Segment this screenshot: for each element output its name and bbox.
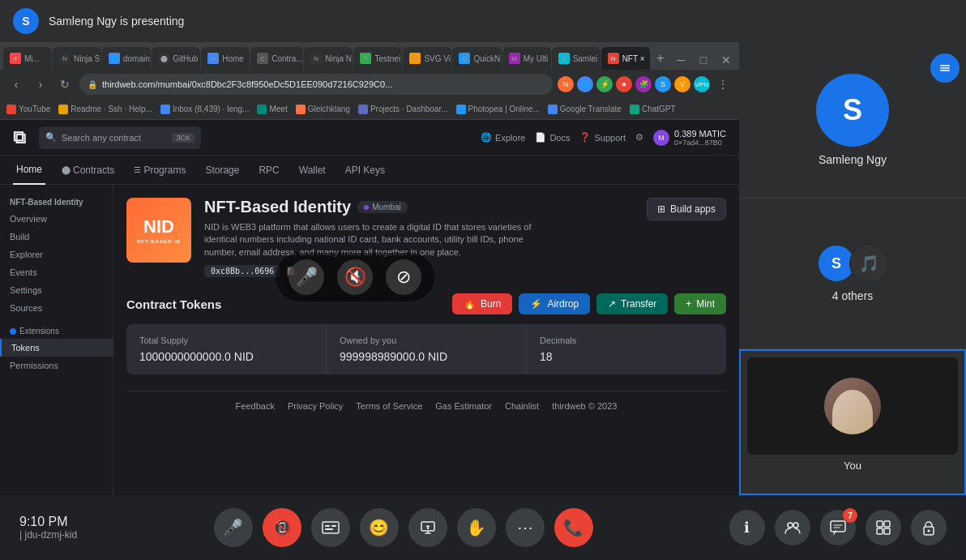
sidebar-item-explorer[interactable]: Explorer bbox=[0, 246, 113, 263]
tab-domain[interactable]: 🌐domain bbox=[102, 47, 151, 70]
ext-icon-6[interactable]: S bbox=[655, 76, 671, 92]
tab-github[interactable]: ⬤GitHub bbox=[152, 47, 200, 70]
ext-icon-5[interactable]: 🧩 bbox=[635, 76, 652, 92]
bookmark-photopea[interactable]: Photopea | Online... bbox=[456, 105, 540, 114]
tw-nav-contracts[interactable]: ⬤ Contracts bbox=[58, 156, 118, 185]
tab-nft[interactable]: NNFT × bbox=[601, 47, 650, 70]
footer-feedback[interactable]: Feedback bbox=[236, 401, 275, 411]
bookmark-translate[interactable]: Google Translate bbox=[548, 105, 622, 114]
svg-rect-6 bbox=[325, 528, 333, 530]
vpn-icon[interactable]: VPN bbox=[694, 76, 710, 92]
forward-btn[interactable]: › bbox=[31, 75, 50, 94]
tab-home[interactable]: HHome bbox=[201, 47, 250, 70]
burn-button[interactable]: 🔥 Burn bbox=[452, 293, 512, 314]
participants-button[interactable] bbox=[775, 510, 810, 545]
explore-btn[interactable]: 🌐Explore bbox=[481, 132, 525, 143]
media-block-btn[interactable]: ⊘ bbox=[386, 259, 421, 295]
panel-expand-button[interactable] bbox=[930, 53, 960, 83]
tw-nav-wallet[interactable]: Wallet bbox=[296, 156, 329, 185]
microphone-button[interactable]: 🎤 bbox=[214, 508, 253, 547]
bookmark-chatgpt[interactable]: ChatGPT bbox=[630, 105, 676, 114]
ext-icon-7[interactable]: V bbox=[674, 76, 690, 92]
tw-nav-storage[interactable]: Storage bbox=[202, 156, 242, 185]
reload-btn[interactable]: ↻ bbox=[55, 75, 75, 94]
ext-icon-3[interactable]: ⚡ bbox=[596, 76, 613, 92]
sidebar-item-overview[interactable]: Overview bbox=[0, 210, 113, 228]
sidebar-item-sources[interactable]: Sources bbox=[0, 299, 113, 317]
tw-search-box[interactable]: 🔍 Search any contract 3CK bbox=[39, 126, 201, 149]
transfer-icon: ↗ bbox=[608, 298, 616, 310]
end-call-button[interactable]: 📞 bbox=[554, 508, 593, 547]
bookmark-readme[interactable]: Readme · Ssh · Help... bbox=[58, 105, 152, 114]
tw-nav-rpc[interactable]: RPC bbox=[255, 156, 282, 185]
extensions-section: Extensions Tokens Permissions bbox=[0, 323, 113, 374]
footer-privacy[interactable]: Privacy Policy bbox=[288, 401, 343, 411]
tab-svg[interactable]: SSVG Vi bbox=[403, 47, 451, 70]
bookmark-gleichklang[interactable]: Gleichklang bbox=[296, 105, 350, 114]
info-button[interactable]: ℹ bbox=[729, 510, 765, 545]
bookmark-inbox[interactable]: Inbox (8,439) · leng... bbox=[160, 105, 250, 114]
right-panel: S Samleng Ngy S 🎵 4 others ⋯ You bbox=[739, 42, 966, 495]
ext-icon-4[interactable]: ★ bbox=[616, 76, 632, 92]
tab-quick[interactable]: QQuickN bbox=[452, 47, 501, 70]
new-tab-button[interactable]: + bbox=[651, 47, 670, 70]
tab-min[interactable]: ♥Mi... bbox=[3, 47, 52, 70]
activities-button[interactable] bbox=[866, 510, 901, 545]
screen-share-area: ♥Mi... NNinja S 🌐domain ⬤GitHub HHome CC… bbox=[0, 42, 739, 495]
tab-testnei[interactable]: TTestnei bbox=[353, 47, 402, 70]
more-settings-btn[interactable]: ⋮ bbox=[713, 75, 733, 94]
present-button[interactable] bbox=[408, 508, 447, 547]
build-apps-button[interactable]: ⊞ Build apps bbox=[647, 198, 726, 220]
footer-terms[interactable]: Terms of Service bbox=[356, 401, 422, 411]
camera-button[interactable]: 📵 bbox=[263, 508, 301, 547]
tab-ninja[interactable]: NNinja S bbox=[53, 47, 101, 70]
maximize-btn[interactable]: □ bbox=[694, 50, 713, 70]
tab-ninjan[interactable]: NNinja N bbox=[304, 47, 353, 70]
bookmark-meet[interactable]: Meet bbox=[257, 105, 287, 114]
raise-hand-button[interactable]: ✋ bbox=[457, 508, 496, 547]
wallet-display: M 0.389 MATIC 0×7ad4...87B0 bbox=[653, 129, 726, 147]
tab-samlei[interactable]: SSamlei bbox=[552, 47, 601, 70]
owned-by-you-stat: Owned by you 999998989000.0 NID bbox=[327, 324, 527, 374]
more-options-button[interactable]: ⋯ bbox=[506, 508, 545, 547]
support-btn[interactable]: ❓Support bbox=[579, 132, 626, 143]
reactions-button[interactable]: 😊 bbox=[360, 508, 399, 547]
minimize-btn[interactable]: ─ bbox=[671, 50, 690, 70]
chat-button[interactable]: 7 bbox=[820, 510, 856, 545]
sidebar-item-events[interactable]: Events bbox=[0, 263, 113, 281]
tab-myulti[interactable]: MMy Ulti bbox=[502, 47, 551, 70]
ext-icon-1[interactable]: N bbox=[558, 76, 574, 92]
media-mic-btn[interactable]: 🎤 bbox=[289, 259, 324, 295]
footer-gas[interactable]: Gas Estimator bbox=[435, 401, 492, 411]
captions-button[interactable] bbox=[311, 508, 350, 547]
airdrop-button[interactable]: ⚡ Airdrop bbox=[519, 293, 590, 314]
svg-rect-1 bbox=[940, 67, 950, 69]
lock-button[interactable] bbox=[911, 510, 947, 545]
lock-icon: 🔒 bbox=[88, 80, 97, 89]
tw-sidebar: NFT-Based Identity Overview Build Explor… bbox=[0, 185, 113, 495]
network-badge: Mumbai bbox=[357, 201, 408, 213]
close-btn[interactable]: ✕ bbox=[716, 50, 736, 70]
tw-nav: Home ⬤ Contracts ☰ Programs Storage RPC … bbox=[0, 156, 739, 185]
sidebar-item-build[interactable]: Build bbox=[0, 228, 113, 246]
footer-chainlist[interactable]: Chainlist bbox=[505, 401, 539, 411]
presenter-label: Samleng Ngy is presenting bbox=[49, 15, 184, 28]
bookmark-projects[interactable]: Projects · Dashboar... bbox=[358, 105, 448, 114]
tab-contra[interactable]: CContra... bbox=[250, 47, 303, 70]
docs-btn[interactable]: 📄Docs bbox=[535, 132, 570, 143]
bookmark-youtube[interactable]: YouTube bbox=[6, 105, 50, 114]
address-bar[interactable]: 🔒 thirdweb.com/mumbai/0xc8Dbc2F3c8f950eD… bbox=[79, 74, 553, 95]
sidebar-item-permissions[interactable]: Permissions bbox=[0, 357, 113, 374]
sidebar-item-tokens[interactable]: Tokens bbox=[0, 339, 113, 357]
media-sound-btn[interactable]: 🔇 bbox=[337, 259, 373, 295]
back-btn[interactable]: ‹ bbox=[6, 75, 26, 94]
sidebar-item-settings[interactable]: Settings bbox=[0, 281, 113, 299]
ext-icon-2[interactable]: 🌐 bbox=[577, 76, 593, 92]
mint-button[interactable]: + Mint bbox=[674, 293, 726, 314]
presenter-participant-avatar: S bbox=[816, 74, 889, 147]
theme-btn[interactable]: ⚙ bbox=[635, 132, 643, 143]
tw-nav-home[interactable]: Home bbox=[13, 156, 45, 185]
transfer-button[interactable]: ↗ Transfer bbox=[596, 293, 668, 314]
tw-nav-apikeys[interactable]: API Keys bbox=[342, 156, 388, 185]
tw-nav-programs[interactable]: ☰ Programs bbox=[130, 156, 189, 185]
